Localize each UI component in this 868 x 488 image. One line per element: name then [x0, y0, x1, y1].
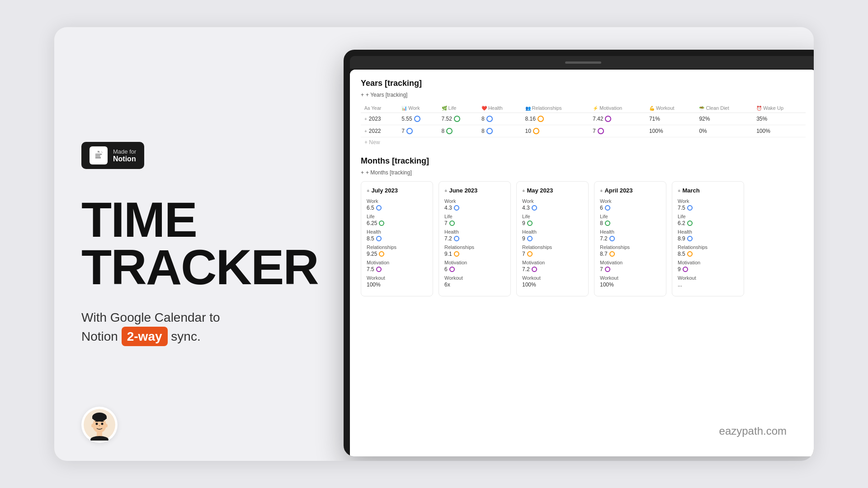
col-motivation: ⚡Motivation: [589, 103, 646, 113]
metric-row: Motivation7.5: [367, 260, 427, 272]
metric-row: Life8: [600, 214, 660, 226]
svg-point-11: [92, 413, 107, 422]
svg-point-10: [101, 423, 104, 425]
month-title: + May 2023: [522, 187, 583, 194]
metric-row: Life7: [444, 214, 505, 226]
metric-row: Workout100%: [600, 275, 660, 288]
tablet-top-bar: [350, 56, 814, 69]
metric-row: Relationships9.1: [444, 244, 505, 257]
years-table-wrapper: AaYear 📊Work 🌿Life ❤️Health 👥Relationshi…: [361, 103, 806, 147]
months-section-title: Months [tracking]: [361, 156, 806, 166]
svg-rect-3: [95, 158, 101, 158]
metric-row: Workout...: [678, 275, 738, 288]
notion-badge: N Made for Notion: [81, 142, 144, 169]
subtitle: With Google Calendar to Notion 2-way syn…: [81, 309, 362, 346]
svg-rect-1: [95, 154, 102, 155]
svg-point-9: [96, 423, 98, 425]
svg-point-13: [105, 424, 108, 427]
home-bar: [565, 61, 601, 64]
month-title: + March: [678, 187, 738, 194]
avatar: [81, 407, 118, 443]
metric-row: Workout100%: [367, 275, 427, 288]
metric-row: Motivation6: [444, 260, 505, 272]
metric-row: Health8.9: [678, 229, 738, 242]
notion-logo: N: [90, 146, 108, 164]
metric-row: Work7.5: [678, 198, 738, 211]
metric-row: Relationships8.7: [600, 244, 660, 257]
notion-content: Years [tracking] + + Years [tracking] Aa…: [350, 70, 814, 456]
table-row: +2022788107100%0%100%: [361, 125, 806, 137]
metric-row: Life9: [522, 214, 583, 226]
metric-row: Relationships7: [522, 244, 583, 257]
metric-row: Work4.3: [444, 198, 505, 211]
svg-text:N: N: [98, 151, 100, 154]
col-year: AaYear: [361, 103, 398, 113]
main-title: TIME TRACKER: [81, 196, 362, 291]
col-clean-diet: 🥗Clean Diet: [695, 103, 753, 113]
metric-row: Health7.2: [600, 229, 660, 242]
metric-row: Work4.3: [522, 198, 583, 211]
metric-row: Motivation7.2: [522, 260, 583, 272]
metric-row: Health9: [522, 229, 583, 242]
metric-row: Relationships8.5: [678, 244, 738, 257]
tablet-frame: Years [tracking] + + Years [tracking] Aa…: [344, 50, 814, 456]
col-life: 🌿Life: [438, 103, 478, 113]
months-add-link[interactable]: + + Months [tracking]: [361, 169, 806, 176]
table-row: +20235.557.5288.167.4271%92%35%: [361, 113, 806, 125]
month-card: + May 2023Work4.3Life9Health9Relationshi…: [516, 181, 589, 296]
col-health: ❤️Health: [478, 103, 522, 113]
svg-rect-2: [95, 156, 100, 156]
metric-row: Workout6x: [444, 275, 505, 288]
metric-row: Health7.2: [444, 229, 505, 242]
months-grid: + July 2023Work6.5Life6.25Health8.5Relat…: [361, 181, 806, 296]
metric-row: Health8.5: [367, 229, 427, 242]
left-panel: N Made for Notion TIME TRACKER With Goog…: [81, 27, 362, 461]
month-card: + April 2023Work6Life8Health7.2Relations…: [594, 181, 666, 296]
years-add-link[interactable]: + + Years [tracking]: [361, 92, 806, 98]
month-card: + July 2023Work6.5Life6.25Health8.5Relat…: [361, 181, 433, 296]
col-workout: 💪Workout: [646, 103, 695, 113]
metric-row: Work6: [600, 198, 660, 211]
main-card: N Made for Notion TIME TRACKER With Goog…: [54, 27, 814, 461]
website-url: eazypath.com: [719, 425, 787, 437]
years-table: AaYear 📊Work 🌿Life ❤️Health 👥Relationshi…: [361, 103, 806, 137]
highlight-badge: 2-way: [122, 327, 168, 346]
month-title: + June 2023: [444, 187, 505, 194]
month-title: + April 2023: [600, 187, 660, 194]
metric-row: Relationships9.25: [367, 244, 427, 257]
col-work: 📊Work: [398, 103, 438, 113]
col-relationships: 👥Relationships: [522, 103, 589, 113]
month-title: + July 2023: [367, 187, 427, 194]
metric-row: Life6.2: [678, 214, 738, 226]
month-card: + MarchWork7.5Life6.2Health8.9Relationsh…: [672, 181, 744, 296]
new-row[interactable]: + New: [361, 137, 806, 147]
metric-row: Work6.5: [367, 198, 427, 211]
svg-point-12: [91, 424, 94, 427]
avatar-area: [81, 407, 118, 443]
metric-row: Motivation9: [678, 260, 738, 272]
tablet-area: Years [tracking] + + Years [tracking] Aa…: [344, 50, 814, 456]
metric-row: Motivation7: [600, 260, 660, 272]
col-wake-up: ⏰Wake Up: [753, 103, 806, 113]
badge-text: Made for Notion: [113, 148, 136, 163]
metric-row: Workout100%: [522, 275, 583, 288]
tablet-screen: Years [tracking] + + Years [tracking] Aa…: [350, 70, 814, 456]
month-card: + June 2023Work4.3Life7Health7.2Relation…: [439, 181, 511, 296]
years-section-title: Years [tracking]: [361, 79, 806, 88]
metric-row: Life6.25: [367, 214, 427, 226]
